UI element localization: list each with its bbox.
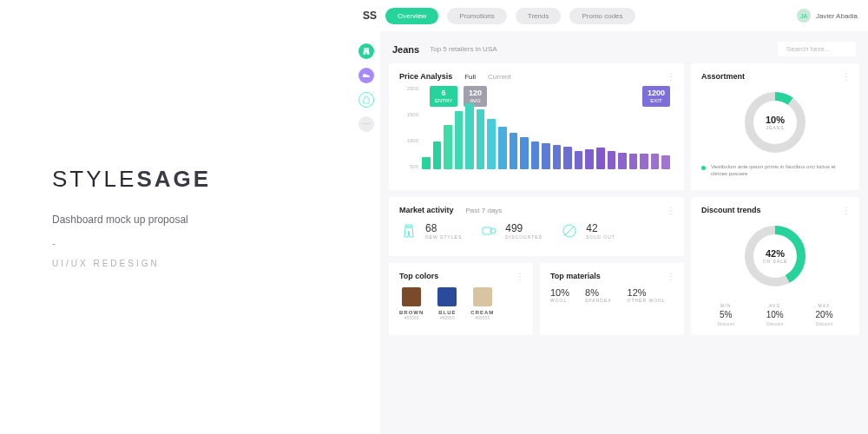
user-name: Javier Abadia	[816, 12, 858, 20]
bar	[465, 103, 474, 169]
market-activity-card: Market activityPast 7 days ⋮ 68NEW STYLE…	[389, 197, 684, 256]
page-title: Jeans	[392, 44, 419, 55]
bar	[553, 145, 562, 169]
price-analysis-card: Price Analysis Full Current ⋮ 2500150010…	[389, 63, 684, 190]
bar-container	[422, 93, 670, 169]
bar	[510, 133, 518, 169]
search-input[interactable]: Search here...	[778, 42, 856, 56]
bar	[640, 154, 648, 169]
assortment-title: Assortment	[701, 72, 849, 81]
bar	[618, 153, 627, 169]
activity-item: 499DISCOUNTED	[479, 221, 542, 240]
colors-row: BROWN#55555BLUE#55555CREAM#55555	[399, 287, 523, 320]
intro-panel: STYLESAGE Dashboard mock up proposal - U…	[0, 0, 352, 434]
page-subtitle: Top 5 retailers in USA	[430, 45, 496, 53]
app-logo: SS	[363, 10, 377, 22]
sidebar: ⋯	[352, 31, 380, 434]
pants-icon[interactable]	[358, 43, 374, 59]
discount-trends-card: Discount trends ⋮ 42%ON SALE MIN5%Discou…	[691, 197, 859, 335]
price-title: Price Analysis	[399, 72, 452, 81]
card-menu-icon[interactable]: ⋮	[667, 72, 675, 82]
bar	[661, 155, 670, 169]
intro-tag: UI/UX REDESIGN	[52, 259, 300, 268]
more-icon[interactable]: ⋯	[358, 116, 374, 132]
content-area: Jeans Top 5 retailers in USA Search here…	[380, 31, 868, 434]
tab-overview[interactable]: Overview	[385, 8, 438, 24]
material-item: 8%SPANDEX	[585, 287, 612, 303]
bar	[498, 127, 507, 169]
activity-item: 68NEW STYLES	[399, 221, 462, 240]
price-chart: 250015001000500 6ENTRY 120AVG 1200EXIT	[399, 86, 674, 181]
intro-dash: -	[52, 238, 300, 250]
card-menu-icon[interactable]: ⋮	[667, 206, 675, 215]
color-item: BROWN#55555	[399, 287, 424, 320]
bar	[585, 149, 594, 169]
y-axis: 250015001000500	[399, 86, 418, 169]
card-menu-icon[interactable]: ⋮	[667, 272, 675, 281]
bar	[596, 148, 605, 169]
activity-icon	[560, 221, 579, 240]
bar	[477, 109, 485, 169]
tab-promotions[interactable]: Promotions	[447, 8, 506, 24]
activity-item: 42SOLD OUT	[560, 221, 615, 240]
avatar: JA	[797, 9, 811, 23]
material-item: 12%OTHER WOOL	[628, 287, 666, 303]
card-menu-icon[interactable]: ⋮	[842, 206, 851, 215]
bar	[629, 154, 638, 169]
topbar: SS Overview Promotions Trends Promo code…	[352, 0, 868, 31]
discount-stat: MAX20%Discount	[816, 303, 833, 326]
bar	[433, 141, 442, 169]
discount-stat: AVG10%Discount	[766, 303, 784, 326]
color-swatch	[437, 287, 457, 306]
page-header: Jeans Top 5 retailers in USA Search here…	[389, 38, 859, 63]
bar	[575, 151, 583, 169]
color-swatch	[402, 287, 421, 306]
bar	[542, 143, 550, 169]
color-item: CREAM#55555	[470, 287, 494, 320]
top-colors-card: Top colors ⋮ BROWN#55555BLUE#55555CREAM#…	[389, 263, 533, 336]
color-item: BLUE#55555	[437, 287, 457, 320]
bar	[608, 151, 616, 169]
legend-dot-icon	[701, 166, 706, 170]
discount-donut: 42%ON SALE	[740, 221, 810, 291]
card-menu-icon[interactable]: ⋮	[516, 272, 524, 281]
color-swatch	[473, 287, 492, 306]
card-menu-icon[interactable]: ⋮	[842, 72, 851, 82]
intro-subtitle: Dashboard mock up proposal	[52, 214, 300, 226]
bar	[651, 154, 660, 169]
materials-row: 10%WOOL8%SPANDEX12%OTHER WOOL	[550, 287, 674, 303]
user-menu[interactable]: JA Javier Abadia	[797, 9, 858, 23]
brand-title: STYLESAGE	[52, 166, 300, 193]
bar	[455, 111, 464, 169]
bar	[520, 137, 529, 169]
price-tab-current[interactable]: Current	[488, 73, 511, 81]
activity-icon	[479, 221, 498, 240]
assortment-donut: 10%JEANS	[740, 88, 810, 157]
svg-line-5	[565, 227, 574, 235]
bar	[487, 119, 496, 169]
shoe-icon[interactable]	[358, 68, 374, 83]
discount-stat: MIN5%Discount	[717, 303, 733, 326]
assortment-legend: Vestibulum ante ipsum primis in faucibus…	[701, 164, 849, 178]
top-materials-card: Top materials ⋮ 10%WOOL8%SPANDEX12%OTHER…	[540, 263, 684, 336]
bar	[422, 157, 431, 169]
assortment-card: Assortment ⋮ 10%JEANS Vestibulum ante ip…	[691, 63, 859, 190]
discount-stats: MIN5%DiscountAVG10%DiscountMAX20%Discoun…	[701, 298, 849, 326]
material-item: 10%WOOL	[550, 287, 569, 303]
price-tab-full[interactable]: Full	[464, 73, 476, 81]
bar	[563, 147, 572, 169]
tab-trends[interactable]: Trends	[516, 8, 562, 24]
activity-row: 68NEW STYLES499DISCOUNTED42SOLD OUT	[399, 221, 674, 240]
app-frame: SS Overview Promotions Trends Promo code…	[352, 0, 868, 434]
bar	[444, 125, 452, 169]
bar	[531, 141, 540, 169]
tab-promo-codes[interactable]: Promo codes	[569, 8, 635, 24]
bag-icon[interactable]	[358, 92, 374, 108]
activity-icon	[399, 221, 418, 240]
